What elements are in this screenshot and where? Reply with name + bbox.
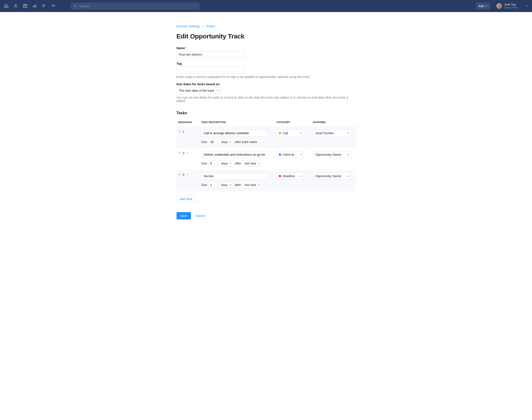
tag-label: Tag (177, 62, 356, 65)
assignee-select[interactable]: Josef Szotten (313, 130, 351, 136)
assignee-select[interactable]: Opportunity Owner (313, 173, 351, 180)
bars-icon[interactable] (32, 3, 37, 9)
name-label: Name* (177, 46, 356, 50)
chevron-down-icon (217, 89, 219, 92)
home-icon[interactable] (4, 3, 9, 9)
category-label: Call (283, 131, 288, 135)
due-value-input[interactable] (208, 182, 218, 188)
remove-task-icon[interactable] (178, 151, 181, 155)
chevron-right-icon (202, 25, 204, 28)
search-field[interactable] (71, 2, 199, 10)
page-content: Account Settings Tracks Edit Opportunity… (177, 12, 356, 232)
task-sequence: 2 (178, 151, 201, 155)
chevron-down-icon (347, 153, 349, 156)
search-icon (74, 4, 77, 8)
breadcrumb-tracks[interactable]: Tracks (206, 25, 215, 28)
add-button[interactable]: Add (476, 2, 490, 9)
user-menu[interactable]: Jade Say Design Shop (496, 3, 528, 9)
tasks-heading: Tasks (177, 111, 356, 115)
task-category-col: Call (277, 130, 313, 136)
svg-rect-1 (23, 4, 27, 8)
task-row: 1Duedaysafter track startsCallJosef Szot… (177, 127, 356, 148)
due-label: Due (201, 140, 207, 144)
name-input[interactable] (177, 51, 245, 58)
assignee-label: Josef Szotten (315, 131, 334, 135)
cancel-link[interactable]: Cancel (195, 214, 205, 218)
tag-field: Tag Enter a tag or comma separated list … (177, 62, 356, 79)
task-category-col: Deadline (277, 173, 313, 180)
category-color-swatch (279, 175, 281, 177)
svg-point-2 (74, 5, 76, 7)
due-basis-value: The start date of the track (179, 89, 214, 92)
task-description-input[interactable] (201, 173, 267, 180)
due-basis-select[interactable]: The start date of the track (177, 87, 221, 94)
move-up-icon[interactable] (186, 151, 189, 155)
add-task-button[interactable]: Add Task (177, 195, 196, 203)
due-basis-label: Due dates for tasks based on (177, 82, 356, 86)
task-seq-number: 1 (183, 130, 184, 133)
save-button[interactable]: Save (177, 212, 191, 219)
category-select[interactable]: Deadline (277, 173, 304, 180)
task-assignee-col: Opportunity Owner (313, 151, 351, 158)
chevron-down-icon (347, 131, 349, 135)
tag-help: Enter a tag or comma separated list of t… (177, 75, 356, 79)
task-description-input[interactable] (201, 151, 267, 158)
breadcrumb: Account Settings Tracks (177, 25, 356, 28)
task-assignee-col: Opportunity Owner (313, 173, 351, 180)
due-label: Due (201, 162, 207, 165)
col-sequence: SEQUENCE (178, 121, 201, 123)
col-category: CATEGORY (277, 121, 313, 123)
task-row: 3Duedaysafterlast taskDeadlineOpportunit… (177, 170, 356, 191)
task-due-line: Duedaysafter track starts (201, 139, 277, 145)
due-suffix: after (235, 183, 241, 187)
task-description-col: Duedaysafter track starts (201, 130, 277, 145)
move-up-icon[interactable] (186, 173, 189, 176)
category-select[interactable]: Call (277, 130, 304, 136)
activity-icon[interactable] (51, 3, 56, 9)
assignee-label: Opportunity Owner (315, 153, 341, 156)
remove-task-icon[interactable] (178, 173, 181, 176)
task-description-input[interactable] (201, 130, 267, 136)
category-color-swatch (279, 153, 281, 156)
nav-icons (4, 3, 56, 9)
category-label: Deadline (283, 174, 295, 178)
chevron-down-icon (258, 162, 260, 165)
tag-input[interactable] (177, 67, 245, 74)
chevron-down-icon (520, 4, 528, 8)
user-text: Jade Say Design Shop (504, 3, 518, 9)
due-value-input[interactable] (208, 139, 218, 145)
task-row: 2Duedaysafterlast taskClient M…Opportuni… (177, 148, 356, 170)
user-name: Jade Say (504, 3, 518, 6)
chevron-down-icon (347, 174, 349, 178)
task-assignee-col: Josef Szotten (313, 130, 351, 136)
chevron-down-icon (300, 131, 302, 135)
remove-task-icon[interactable] (178, 130, 181, 133)
category-select[interactable]: Client M… (277, 151, 304, 158)
due-unit-select[interactable]: days (219, 182, 234, 188)
assignee-select[interactable]: Opportunity Owner (313, 151, 351, 158)
due-ref-select[interactable]: last task (242, 182, 262, 188)
task-description-col: Duedaysafterlast task (201, 173, 277, 188)
task-seq-number: 2 (183, 151, 184, 155)
due-ref-select[interactable]: last task (242, 160, 262, 167)
task-sequence: 1 (178, 130, 201, 133)
due-value-input[interactable] (208, 160, 218, 167)
assignee-label: Opportunity Owner (315, 174, 341, 178)
task-due-line: Duedaysafterlast task (201, 160, 277, 167)
due-unit-select[interactable]: days (219, 139, 234, 145)
person-icon[interactable] (13, 3, 18, 9)
due-unit-select[interactable]: days (219, 160, 234, 167)
task-seq-number: 3 (183, 173, 184, 176)
calendar-check-icon[interactable] (23, 3, 28, 9)
breadcrumb-account-settings[interactable]: Account Settings (177, 25, 200, 28)
chevron-down-icon (258, 183, 260, 187)
chevron-down-icon (300, 153, 302, 156)
plus-icon (485, 5, 488, 7)
chevron-down-icon (300, 174, 302, 178)
list-icon[interactable] (42, 3, 46, 9)
task-sequence: 3 (178, 173, 201, 176)
add-button-label: Add (478, 4, 484, 8)
tasks-header: SEQUENCE TASK DESCRIPTION CATEGORY ASSIG… (177, 118, 356, 127)
search-input[interactable] (79, 4, 196, 8)
svg-point-0 (15, 4, 16, 6)
